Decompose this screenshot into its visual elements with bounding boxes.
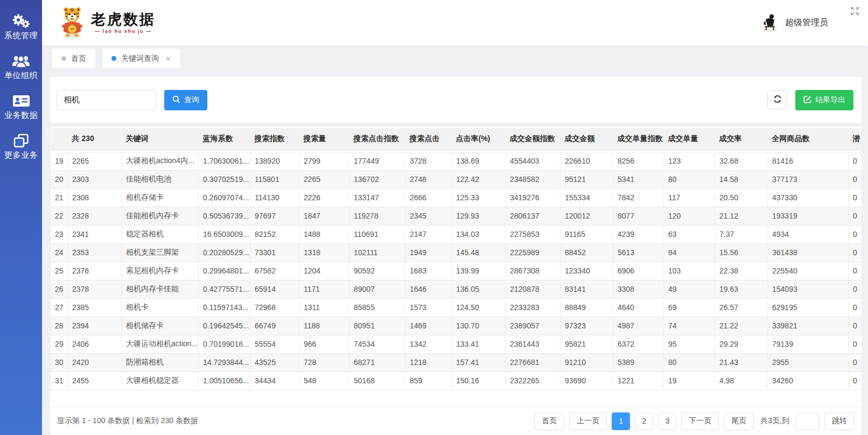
table-cell: 85855: [349, 298, 405, 317]
table-cell: 859: [405, 371, 452, 390]
table-row[interactable]: 222328佳能相机内存卡0.50536739...97697184711927…: [51, 207, 862, 225]
table-cell: 34260: [768, 371, 849, 390]
page-button-1[interactable]: 1: [612, 412, 630, 430]
table-cell: 83141: [561, 280, 613, 298]
table-cell: 2275853: [506, 225, 561, 243]
sidebar-item-system-management[interactable]: 系统管理: [0, 9, 42, 48]
table-cell: 125.33: [452, 188, 506, 207]
table-cell: 6906: [613, 262, 664, 280]
table-cell: 24: [51, 243, 68, 262]
table-cell: 139.99: [452, 262, 506, 280]
export-button[interactable]: 结果导出: [795, 90, 853, 110]
table-cell: 2345: [405, 207, 452, 225]
table-cell: 114130: [250, 188, 299, 207]
table-row[interactable]: 252376索尼相机内存卡0.29964801...67582120490592…: [51, 262, 862, 280]
sidebar-item-organization[interactable]: 单位组织: [0, 48, 42, 88]
table-cell: 0: [849, 225, 862, 243]
table-row[interactable]: 272385相机卡0.11597143...729681311858551573…: [51, 298, 862, 317]
table-cell: 548: [299, 371, 349, 390]
table-cell: 2389057: [506, 317, 561, 335]
table-cell: 6372: [613, 335, 664, 353]
table-cell: 154093: [768, 280, 849, 298]
table-row[interactable]: 202303佳能相机电池0.30702519...115801226513670…: [51, 170, 862, 188]
table-cell: 7.37: [715, 225, 768, 243]
table-cell: 19.63: [715, 280, 768, 298]
search-icon: [172, 95, 180, 105]
id-card-icon: [12, 93, 30, 109]
table-row[interactable]: 312455大疆相机稳定器1.00510656...34434548501688…: [51, 371, 862, 390]
prev-page-button[interactable]: 上一页: [569, 412, 607, 430]
jump-button[interactable]: 跳转: [824, 412, 855, 430]
next-page-button[interactable]: 下一页: [681, 412, 719, 430]
sidebar-item-business-data[interactable]: 业务数据: [0, 88, 42, 128]
tab-dot-icon: [61, 56, 66, 61]
table-cell: 2265: [68, 152, 122, 170]
table-cell: 7842: [613, 188, 664, 207]
table-cell: 74: [664, 317, 715, 335]
query-button[interactable]: 查询: [164, 90, 207, 110]
table-cell: 73301: [250, 243, 299, 262]
table-row[interactable]: 232341稳定器相机16.6503009...8215214881106912…: [51, 225, 862, 243]
table-cell: 63: [664, 225, 715, 243]
table-cell: 80: [664, 353, 715, 371]
table-cell: 120: [664, 207, 715, 225]
close-tab-icon[interactable]: ×: [165, 54, 171, 64]
main-area: 老虎数据 — lao hu shu ju — 超级管理: [42, 0, 868, 435]
table-cell: 2276681: [506, 353, 561, 371]
table-row[interactable]: 212308相机存储卡0.26097074...1141302226133147…: [51, 188, 862, 207]
table-row[interactable]: 302420防潮箱相机14.7293844...4352572868271121…: [51, 353, 862, 371]
table-footer: 显示第 1 - 100 条数据 | 检索到 230 条数据 首页 上一页 1 2…: [50, 406, 862, 435]
table-scroll-area[interactable]: 共 230关键词蓝海系数搜索指数搜索量搜索点击指数搜索点击点击率(%)成交金额指…: [50, 128, 862, 406]
refresh-button[interactable]: [767, 90, 787, 109]
table-row[interactable]: 192265大疆相机action4内...1.70630061...138920…: [51, 152, 862, 170]
logo-text: 老虎数据 — lao hu shu ju —: [91, 12, 156, 33]
table-cell: 索尼相机内存卡: [122, 262, 199, 280]
fullscreen-icon[interactable]: [849, 5, 860, 17]
table-cell: 0.42775571...: [199, 280, 250, 298]
table-cell: 27: [51, 298, 68, 317]
search-toolbar: 查询: [50, 77, 862, 123]
table-cell: 21.43: [715, 353, 768, 371]
table-cell: 14.58: [715, 170, 768, 188]
tab-home[interactable]: 首页: [52, 48, 95, 68]
topbar: 老虎数据 — lao hu shu ju — 超级管理: [42, 0, 868, 46]
table-cell: 1847: [299, 207, 349, 225]
table-cell: 3728: [405, 152, 452, 170]
table-cell: 4934: [768, 225, 849, 243]
page-button-2[interactable]: 2: [635, 412, 653, 430]
table-cell: 34434: [250, 371, 299, 390]
goto-page-input[interactable]: [796, 412, 820, 430]
table-cell: 90592: [349, 262, 405, 280]
table-cell: 佳能相机电池: [122, 170, 199, 188]
table-row[interactable]: 262378相机内存卡佳能0.42775571...65914117189007…: [51, 280, 862, 298]
table-cell: 97323: [561, 317, 613, 335]
table-cell: 102111: [349, 243, 405, 262]
table-row[interactable]: 292406大疆运动相机action...0.70199018...555549…: [51, 335, 862, 353]
table-cell: 74534: [349, 335, 405, 353]
column-header: 点击率(%): [452, 128, 506, 150]
table-cell: 2455: [68, 371, 122, 390]
table-cell: 95821: [561, 335, 613, 353]
user-name: 超级管理员: [785, 17, 828, 29]
keyword-input[interactable]: [57, 90, 156, 110]
tiger-mascot-icon: [57, 6, 87, 40]
table-cell: 2308: [68, 188, 122, 207]
table-cell: 437330: [768, 188, 849, 207]
query-button-label: 查询: [184, 95, 199, 105]
table-cell: 2748: [405, 170, 452, 188]
logo-title: 老虎数据: [91, 12, 156, 27]
last-page-button[interactable]: 尾页: [724, 412, 754, 430]
table-row[interactable]: 242353相机支架三脚架0.20280529...73301131810211…: [51, 243, 862, 262]
first-page-button[interactable]: 首页: [534, 412, 564, 430]
column-header: 潜: [849, 128, 862, 150]
user-info[interactable]: 超级管理员: [760, 12, 828, 34]
table-cell: 0: [849, 262, 862, 280]
tab-keyword-query[interactable]: 关键词查询 ×: [102, 48, 180, 68]
sidebar-item-more-business[interactable]: 更多业务: [0, 128, 42, 168]
page-button-3[interactable]: 3: [658, 412, 676, 430]
table-cell: 95: [664, 335, 715, 353]
table-row[interactable]: 282394相机储存卡0.19642545...6674911888095114…: [51, 317, 862, 335]
table-cell: 1318: [299, 243, 349, 262]
table-cell: 1488: [299, 225, 349, 243]
table-cell: 25: [51, 262, 68, 280]
